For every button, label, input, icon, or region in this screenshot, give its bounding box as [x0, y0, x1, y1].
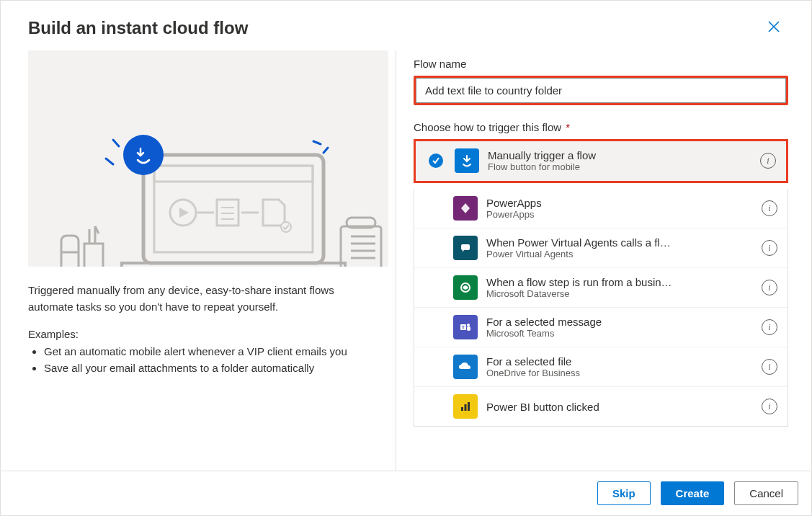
pva-icon [453, 236, 478, 260]
modal-footer: Skip Create Cancel [1, 471, 811, 515]
svg-rect-2 [154, 166, 313, 182]
radio-slot[interactable] [426, 154, 446, 168]
trigger-subtitle: Microsoft Teams [486, 328, 753, 339]
modal-title: Build an instant cloud flow [28, 18, 248, 38]
radio-slot[interactable] [424, 201, 445, 215]
laptop-illustration-icon [28, 50, 388, 267]
trigger-title: Power BI button clicked [486, 401, 753, 413]
teams-icon: T [453, 315, 478, 339]
info-icon[interactable]: i [762, 359, 777, 375]
instant-flow-modal: Build an instant cloud flow [0, 0, 812, 516]
trigger-dataverse[interactable]: When a flow step is run from a busin… Mi… [414, 268, 788, 308]
info-icon[interactable]: i [760, 153, 776, 169]
trigger-manually[interactable]: Manually trigger a flow Flow button for … [416, 141, 786, 181]
flow-description: Triggered manually from any device, easy… [28, 283, 374, 315]
trigger-title: For a selected file [486, 355, 753, 368]
svg-line-15 [113, 140, 119, 146]
radio-slot[interactable] [424, 280, 445, 295]
svg-point-13 [123, 135, 164, 175]
info-icon[interactable]: i [762, 280, 777, 295]
trigger-subtitle: PowerApps [486, 209, 753, 220]
trigger-title: For a selected message [486, 316, 753, 328]
svg-marker-5 [179, 208, 189, 218]
trigger-title: PowerApps [486, 197, 753, 209]
examples-list: Get an automatic mobile alert whenever a… [28, 343, 374, 377]
trigger-pva[interactable]: When Power Virtual Agents calls a fl… Po… [414, 228, 788, 268]
svg-point-32 [467, 324, 470, 326]
required-asterisk: * [563, 121, 570, 133]
svg-text:T: T [462, 325, 465, 330]
left-pane: Triggered manually from any device, easy… [28, 50, 396, 471]
radio-slot[interactable] [424, 399, 445, 414]
flow-name-highlight [414, 76, 788, 105]
example-item: Get an automatic mobile alert whenever a… [44, 343, 374, 360]
svg-rect-35 [465, 404, 467, 411]
trigger-powerbi[interactable]: Power BI button clicked i [414, 387, 788, 426]
onedrive-icon [453, 355, 478, 379]
trigger-title: When a flow step is run from a busin… [486, 276, 753, 288]
trigger-title: Manually trigger a flow [488, 149, 751, 161]
svg-line-14 [106, 159, 113, 164]
cancel-button[interactable]: Cancel [734, 481, 798, 505]
trigger-title: When Power Virtual Agents calls a fl… [486, 236, 753, 249]
svg-rect-25 [84, 244, 103, 267]
pane-divider [396, 50, 396, 471]
trigger-powerapps[interactable]: PowerApps PowerApps i [414, 189, 788, 228]
info-icon[interactable]: i [762, 240, 777, 256]
trigger-subtitle: Microsoft Dataverse [486, 288, 753, 299]
svg-rect-36 [468, 402, 470, 411]
svg-rect-18 [341, 226, 381, 267]
trigger-list-container: Manually trigger a flow Flow button for … [414, 139, 788, 427]
svg-rect-33 [467, 326, 470, 331]
trigger-subtitle: OneDrive for Business [486, 368, 753, 378]
skip-button[interactable]: Skip [597, 481, 651, 505]
trigger-list: PowerApps PowerApps i When Power Virtual… [414, 189, 788, 427]
example-item: Save all your email attachments to a fol… [44, 360, 374, 376]
trigger-selected-highlight: Manually trigger a flow Flow button for … [414, 139, 788, 183]
svg-line-16 [313, 141, 321, 144]
radio-slot[interactable] [424, 360, 445, 374]
info-icon[interactable]: i [762, 319, 777, 335]
checkmark-icon [429, 154, 443, 168]
svg-rect-1 [154, 166, 313, 252]
create-button[interactable]: Create [661, 481, 725, 505]
info-icon[interactable]: i [762, 399, 777, 414]
flow-name-input[interactable] [416, 78, 786, 103]
trigger-subtitle: Flow button for mobile [488, 161, 751, 172]
trigger-label: Choose how to trigger this flow * [414, 121, 788, 133]
examples-heading: Examples: [28, 328, 374, 340]
powerbi-icon [453, 394, 478, 419]
radio-slot[interactable] [424, 320, 445, 334]
dataverse-icon [453, 275, 478, 300]
close-icon [767, 19, 781, 34]
powerapps-icon [453, 196, 478, 221]
radio-slot[interactable] [424, 241, 445, 255]
right-pane[interactable]: Flow name Choose how to trigger this flo… [399, 50, 811, 471]
flow-illustration [28, 50, 388, 267]
trigger-label-text: Choose how to trigger this flow [414, 121, 561, 133]
info-icon[interactable]: i [762, 200, 777, 216]
flow-button-icon [455, 148, 479, 173]
trigger-teams[interactable]: T For a selected message Microsoft Teams… [414, 308, 788, 347]
trigger-subtitle: Power Virtual Agents [486, 249, 753, 259]
flow-name-label: Flow name [414, 58, 788, 70]
modal-header: Build an instant cloud flow [1, 1, 811, 50]
svg-rect-34 [461, 407, 463, 411]
svg-line-17 [324, 148, 328, 153]
modal-content: Triggered manually from any device, easy… [1, 50, 811, 471]
trigger-onedrive[interactable]: For a selected file OneDrive for Busines… [414, 347, 788, 387]
close-button[interactable] [764, 17, 784, 39]
svg-rect-28 [461, 244, 470, 250]
svg-point-12 [281, 222, 291, 232]
